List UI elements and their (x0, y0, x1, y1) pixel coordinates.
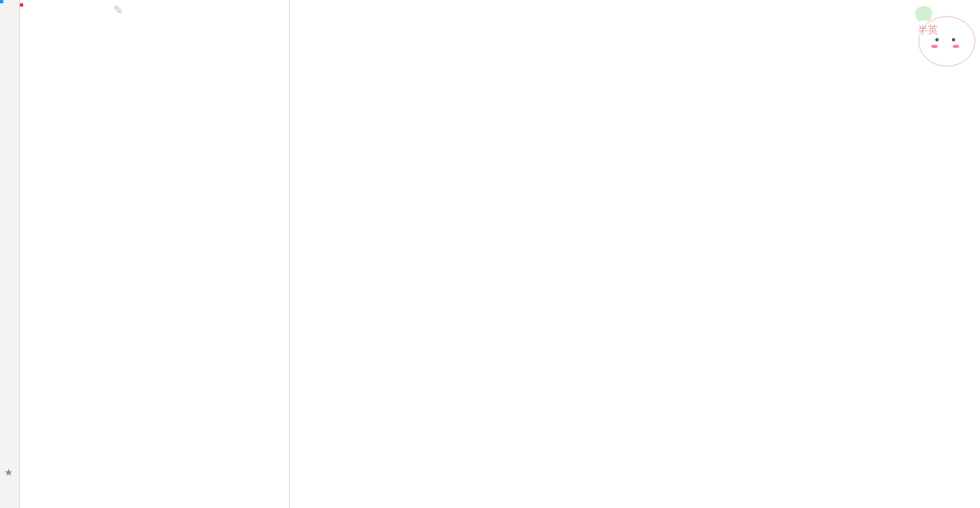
favorites-star-icon: ★ (4, 467, 13, 478)
line-number-gutter (290, 0, 323, 508)
structure-panel: ✎ (20, 0, 290, 508)
svg-point-2 (952, 38, 955, 41)
highlight-box-red (20, 3, 23, 7)
svg-text:半英: 半英 (918, 24, 938, 36)
svg-point-1 (935, 38, 939, 41)
svg-point-3 (931, 45, 938, 48)
tool-window-bar: ★ (0, 0, 20, 508)
code-editor[interactable] (324, 0, 980, 508)
watermark-mascot: 半英 (864, 0, 980, 74)
structure-tool-tab[interactable] (0, 2, 7, 15)
edit-icon[interactable]: ✎ (113, 3, 123, 17)
svg-point-4 (953, 45, 959, 48)
